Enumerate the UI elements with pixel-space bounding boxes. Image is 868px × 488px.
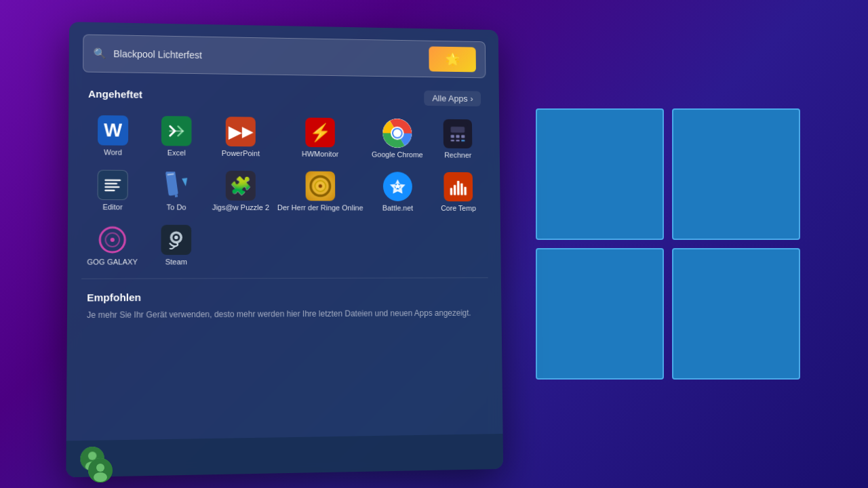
svg-point-45 <box>94 472 107 482</box>
svg-rect-29 <box>454 185 456 195</box>
app-item-excel[interactable]: Excel <box>146 110 206 163</box>
app-item-jigsaw[interactable]: 🧩 Jigs@w Puzzle 2 <box>210 165 272 217</box>
alle-apps-label: Alle Apps <box>432 94 467 104</box>
divider <box>81 277 488 279</box>
svg-rect-9 <box>456 135 459 138</box>
svg-rect-14 <box>104 179 121 181</box>
editor-icon <box>98 170 128 201</box>
app-item-coretemp[interactable]: Core Temp <box>429 167 488 218</box>
app-item-steam[interactable]: Steam <box>146 220 207 272</box>
win-tile-top-left <box>536 108 664 240</box>
windows-logo <box>536 108 800 380</box>
svg-rect-31 <box>460 183 463 195</box>
svg-rect-12 <box>456 140 459 142</box>
alle-apps-arrow: › <box>470 94 473 104</box>
app-item-gog[interactable]: GOG GALAXY <box>81 219 143 271</box>
app-item-chrome[interactable]: Google Chrome <box>368 113 427 164</box>
battlenet-icon <box>383 171 412 201</box>
svg-rect-16 <box>104 186 119 188</box>
svg-rect-13 <box>461 140 465 142</box>
excel-icon <box>161 116 192 146</box>
empfohlen-section: Empfohlen Je mehr Sie Ihr Gerät verwende… <box>67 281 502 327</box>
jigsaw-icon: 🧩 <box>226 171 256 201</box>
svg-point-24 <box>319 184 322 188</box>
gog-label: GOG GALAXY <box>84 258 140 266</box>
user-bar[interactable] <box>66 434 503 477</box>
pinned-title: Angeheftet <box>88 88 142 100</box>
svg-rect-18 <box>165 171 178 196</box>
battlenet-label: Battle.net <box>371 204 424 212</box>
win-tile-top-right <box>672 108 800 240</box>
hwmonitor-label: HWMonitor <box>277 150 363 159</box>
svg-rect-8 <box>451 135 454 138</box>
alle-apps-button[interactable]: Alle Apps › <box>425 90 481 106</box>
svg-point-44 <box>96 464 104 472</box>
rechner-label: Rechner <box>431 150 484 159</box>
svg-rect-7 <box>451 127 465 133</box>
svg-rect-11 <box>451 140 454 142</box>
win-tile-bottom-right <box>672 248 800 380</box>
svg-rect-10 <box>461 135 465 138</box>
excel-label: Excel <box>149 148 204 157</box>
svg-rect-28 <box>450 188 453 195</box>
start-menu: 🔍 Blackpool Lichterfest 🌟 Angeheftet All… <box>66 22 503 477</box>
app-item-word[interactable]: Word <box>82 110 143 162</box>
jigsaw-label: Jigs@w Puzzle 2 <box>212 203 269 211</box>
coretemp-label: Core Temp <box>432 204 485 212</box>
search-input-text: Blackpool Lichterfest <box>113 48 422 64</box>
word-label: Word <box>85 148 140 157</box>
chrome-icon <box>382 119 412 148</box>
herr-label: Der Herr der Ringe Online <box>277 203 363 211</box>
svg-rect-15 <box>104 182 117 184</box>
svg-marker-20 <box>182 178 189 186</box>
hwmonitor-icon: ⚡ <box>305 117 335 147</box>
empfohlen-title: Empfohlen <box>87 290 483 304</box>
word-icon <box>98 115 128 146</box>
coretemp-icon <box>443 172 473 201</box>
search-icon: 🔍 <box>94 47 107 60</box>
app-item-hwmonitor[interactable]: ⚡ HWMonitor <box>275 112 366 163</box>
bottom-taskbar-avatar[interactable] <box>88 458 113 483</box>
svg-rect-17 <box>104 190 115 192</box>
herr-icon <box>305 171 335 201</box>
svg-point-39 <box>174 236 178 239</box>
gog-icon <box>97 225 127 256</box>
app-item-todo[interactable]: To Do <box>146 165 207 217</box>
empfohlen-description: Je mehr Sie Ihr Gerät verwenden, desto m… <box>87 307 484 321</box>
chrome-label: Google Chrome <box>371 150 424 159</box>
todo-icon <box>161 170 192 200</box>
rechner-icon <box>443 119 473 148</box>
app-item-battlenet[interactable]: Battle.net <box>368 166 427 217</box>
svg-line-21 <box>175 196 178 197</box>
search-bar[interactable]: 🔍 Blackpool Lichterfest 🌟 <box>83 35 486 79</box>
app-item-powerpoint[interactable]: ▶ PowerPoint <box>210 111 272 163</box>
app-item-herr[interactable]: Der Herr der Ringe Online <box>275 165 366 217</box>
svg-rect-32 <box>464 187 467 195</box>
win-tile-bottom-left <box>536 248 664 380</box>
search-image-preview: 🌟 <box>429 46 476 72</box>
svg-point-35 <box>111 238 115 242</box>
app-item-rechner[interactable]: Rechner <box>429 114 487 165</box>
todo-label: To Do <box>149 203 203 211</box>
app-item-editor[interactable]: Editor <box>82 164 144 216</box>
steam-label: Steam <box>149 258 204 266</box>
apps-grid: Word Excel ▶ PowerPoint ⚡ <box>67 105 500 275</box>
powerpoint-icon: ▶ <box>226 117 256 146</box>
steam-icon <box>161 225 191 255</box>
editor-label: Editor <box>85 203 140 211</box>
powerpoint-label: PowerPoint <box>212 149 269 158</box>
svg-rect-30 <box>457 181 460 195</box>
